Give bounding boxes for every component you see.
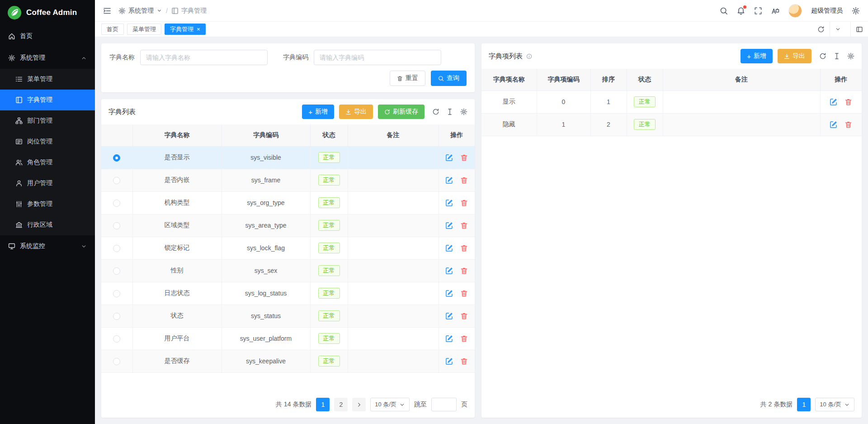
sidebar-item-label: 字典管理 [27, 96, 52, 104]
row-select-radio[interactable] [113, 245, 120, 252]
row-density-icon[interactable] [446, 108, 453, 115]
tab-menu-mgmt[interactable]: 菜单管理 [127, 24, 161, 35]
export-item-button[interactable]: 导出 [778, 49, 811, 63]
page-button-1[interactable]: 1 [797, 398, 811, 411]
dict-table-row[interactable]: 是否显示sys_visible正常 [101, 146, 475, 169]
page-button-2[interactable]: 2 [334, 398, 348, 411]
delete-icon[interactable] [460, 357, 468, 365]
layout-frame-icon[interactable] [850, 22, 868, 37]
add-dict-button[interactable]: +新增 [302, 105, 334, 119]
reset-button[interactable]: 重置 [390, 71, 425, 86]
delete-icon[interactable] [460, 267, 468, 275]
dict-table-row[interactable]: 用户平台sys_user_platform正常 [101, 327, 475, 350]
sidebar-item-system-group[interactable]: 系统管理 [0, 47, 95, 69]
dict-table-row[interactable]: 区域类型sys_area_type正常 [101, 214, 475, 237]
page-jump-input[interactable] [431, 398, 457, 411]
sidebar-item-post-mgmt[interactable]: 岗位管理 [0, 131, 95, 152]
sidebar-item-home[interactable]: 首页 [0, 25, 95, 47]
page-size-select[interactable]: 10 条/页 [370, 398, 410, 411]
breadcrumb-system[interactable]: 系统管理 [118, 7, 162, 15]
row-select-radio[interactable] [113, 222, 120, 229]
edit-icon[interactable] [445, 222, 453, 229]
page-button-1[interactable]: 1 [316, 398, 330, 411]
dict-name-input[interactable] [140, 50, 268, 65]
page-size-select[interactable]: 10 条/页 [815, 398, 854, 411]
translate-icon[interactable] [771, 7, 779, 15]
tab-home[interactable]: 首页 [101, 24, 124, 35]
dict-table-row[interactable]: 状态sys_status正常 [101, 305, 475, 327]
sidebar-item-dict-mgmt[interactable]: 字典管理 [0, 90, 95, 110]
edit-icon[interactable] [445, 267, 453, 275]
dict-table-row[interactable]: 是否内嵌sys_frame正常 [101, 169, 475, 191]
refresh-icon[interactable] [812, 22, 830, 37]
delete-icon[interactable] [844, 98, 852, 106]
notification-bell-icon[interactable] [737, 7, 745, 15]
delete-icon[interactable] [844, 121, 852, 129]
add-item-button[interactable]: +新增 [741, 49, 773, 63]
sidebar-item-role-mgmt[interactable]: 角色管理 [0, 152, 95, 173]
row-select-radio[interactable] [113, 177, 120, 184]
info-icon[interactable] [526, 53, 532, 59]
column-settings-gear-icon[interactable] [460, 108, 467, 115]
sidebar-item-menu-mgmt[interactable]: 菜单管理 [0, 69, 95, 90]
edit-icon[interactable] [830, 98, 837, 106]
item-table-row[interactable]: 显示01正常 [481, 91, 862, 113]
close-icon[interactable]: × [197, 26, 200, 32]
edit-icon[interactable] [445, 199, 453, 207]
row-select-radio[interactable] [113, 267, 120, 275]
delete-icon[interactable] [460, 176, 468, 184]
settings-gear-icon[interactable] [852, 7, 860, 15]
delete-icon[interactable] [460, 244, 468, 252]
edit-icon[interactable] [445, 335, 453, 343]
sidebar-item-dept-mgmt[interactable]: 部门管理 [0, 110, 95, 131]
user-name[interactable]: 超级管理员 [811, 7, 843, 15]
delete-icon[interactable] [460, 199, 468, 207]
edit-icon[interactable] [445, 176, 453, 184]
row-select-radio[interactable] [113, 200, 120, 207]
edit-icon[interactable] [445, 154, 453, 162]
sidebar-collapse-icon[interactable] [103, 7, 111, 15]
sidebar-item-region-mgmt[interactable]: 行政区域 [0, 214, 95, 235]
export-dict-button[interactable]: 导出 [339, 105, 373, 119]
refresh-icon[interactable] [819, 52, 826, 60]
chevron-down-icon[interactable] [830, 22, 846, 37]
dict-pagination: 共 14 条数据 1 2 10 条/页 跳至 页 [101, 391, 475, 418]
row-select-radio[interactable] [113, 358, 120, 365]
edit-icon[interactable] [830, 121, 837, 129]
dict-table-row[interactable]: 性别sys_sex正常 [101, 259, 475, 282]
fullscreen-icon[interactable] [754, 7, 762, 15]
edit-icon[interactable] [445, 290, 453, 297]
user-avatar[interactable] [788, 4, 802, 18]
edit-icon[interactable] [445, 244, 453, 252]
status-badge: 正常 [318, 197, 340, 209]
row-select-radio[interactable] [113, 154, 120, 162]
delete-icon[interactable] [460, 312, 468, 320]
edit-icon[interactable] [445, 312, 453, 320]
sidebar-item-user-mgmt[interactable]: 用户管理 [0, 173, 95, 194]
search-icon[interactable] [720, 7, 728, 15]
tab-dict-mgmt[interactable]: 字典管理× [165, 24, 206, 35]
refresh-icon[interactable] [432, 108, 439, 115]
dict-table-row[interactable]: 日志状态sys_log_status正常 [101, 282, 475, 305]
query-button[interactable]: 查询 [431, 71, 467, 86]
next-page-button[interactable] [352, 398, 366, 411]
dict-table-row[interactable]: 锁定标记sys_lock_flag正常 [101, 237, 475, 259]
dict-code-input[interactable] [314, 50, 441, 65]
row-select-radio[interactable] [113, 290, 120, 297]
delete-icon[interactable] [460, 222, 468, 229]
app-logo[interactable]: Coffee Admin [0, 0, 95, 25]
dict-table-row[interactable]: 是否缓存sys_keepalive正常 [101, 350, 475, 372]
dict-table-row[interactable]: 机构类型sys_org_type正常 [101, 191, 475, 214]
refresh-cache-button[interactable]: 刷新缓存 [378, 105, 425, 119]
row-select-radio[interactable] [113, 313, 120, 320]
delete-icon[interactable] [460, 335, 468, 343]
delete-icon[interactable] [460, 290, 468, 297]
sidebar-item-monitor-group[interactable]: 系统监控 [0, 235, 95, 257]
item-table-row[interactable]: 隐藏12正常 [481, 113, 862, 136]
edit-icon[interactable] [445, 357, 453, 365]
sidebar-item-param-mgmt[interactable]: 参数管理 [0, 194, 95, 214]
delete-icon[interactable] [460, 154, 468, 162]
row-select-radio[interactable] [113, 335, 120, 343]
row-density-icon[interactable] [833, 52, 840, 60]
column-settings-gear-icon[interactable] [847, 52, 854, 60]
